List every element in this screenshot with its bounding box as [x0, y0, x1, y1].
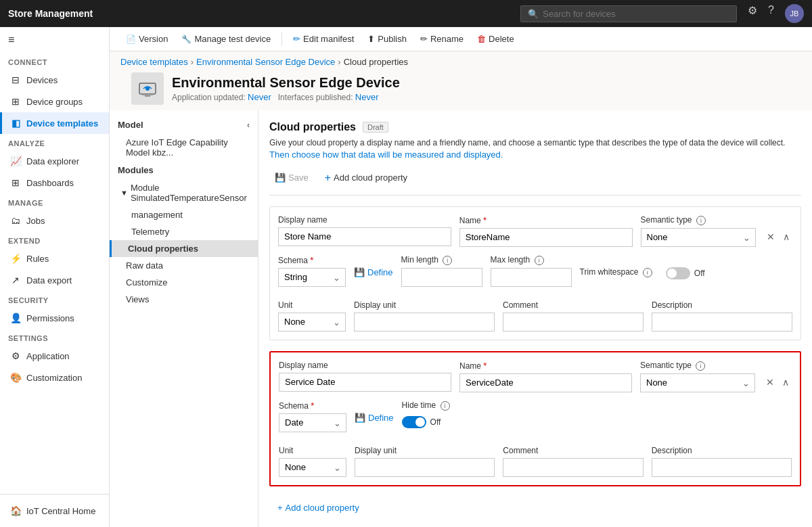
min-length-info-1[interactable]: i	[443, 256, 452, 265]
define-label-1: Define	[367, 267, 393, 277]
description-input-1[interactable]	[652, 313, 792, 331]
define-link-2[interactable]: 💾 Define	[355, 400, 394, 423]
add-another-icon: +	[277, 503, 283, 513]
manage-test-button[interactable]: 🔧 Manage test device	[176, 31, 276, 47]
name-label-1: Name *	[459, 215, 633, 225]
publish-button[interactable]: ⬆ Publish	[362, 31, 412, 47]
avatar[interactable]: JB	[785, 4, 804, 23]
delete-button[interactable]: 🗑 Delete	[472, 31, 520, 47]
trim-whitespace-toggle-1: Off	[660, 255, 705, 279]
app-updated-link[interactable]: Never	[248, 92, 271, 102]
breadcrumb-device-templates[interactable]: Device templates	[120, 57, 188, 67]
description-input-2[interactable]	[652, 458, 792, 477]
hide-time-info-2[interactable]: i	[441, 401, 450, 411]
sidebar-item-permissions[interactable]: 👤 Permissions	[0, 307, 109, 329]
desc-link[interactable]: Then choose how that data will be measur…	[269, 150, 503, 160]
help-icon[interactable]: ?	[768, 4, 774, 23]
delete-label: Delete	[489, 34, 514, 44]
semantic-type-field-2: Semantic type i None	[640, 361, 755, 392]
version-button[interactable]: 📄 Version	[120, 31, 173, 47]
prop-field-group-1: Display name Name * Semantic type i	[278, 215, 756, 247]
manage-test-label: Manage test device	[194, 34, 271, 44]
unit-field-2: Unit None	[279, 446, 346, 477]
semantic-type-info-1[interactable]: i	[696, 216, 706, 225]
tree-raw-data-item[interactable]: Raw data ✏	[110, 257, 258, 274]
sidebar-item-data-export[interactable]: ↗ Data export	[0, 269, 109, 291]
max-length-info-1[interactable]: i	[535, 256, 544, 265]
name-input-2[interactable]	[459, 373, 632, 392]
settings-icon[interactable]: ⚙	[748, 4, 757, 23]
sidebar-item-application[interactable]: ⚙ Application	[0, 345, 109, 367]
main-layout: ≡ Connect ⊟ Devices ⊞ Device groups ◧ De…	[0, 27, 812, 527]
tree-customize-item[interactable]: Customize	[110, 274, 258, 291]
tree-telemetry-item[interactable]: Telemetry	[110, 223, 258, 240]
tree-management-item[interactable]: management	[110, 206, 258, 223]
sidebar-item-dashboards[interactable]: ⊞ Dashboards	[0, 172, 109, 193]
semantic-type-select-1[interactable]: None	[641, 228, 757, 247]
add-cloud-property-button[interactable]: + Add cloud property	[319, 169, 413, 187]
save-icon: 💾	[275, 173, 286, 183]
save-button[interactable]: 💾 Save	[269, 170, 314, 185]
svg-rect-1	[142, 94, 153, 95]
rename-button[interactable]: ✏ Rename	[415, 31, 469, 47]
max-length-input-1[interactable]	[491, 268, 572, 287]
tree-cloud-properties-item[interactable]: Cloud properties	[110, 240, 258, 257]
tree-model-item[interactable]: Azure IoT Edge Capability Model kbz...	[110, 134, 258, 161]
add-cloud-prop-label: Add cloud property	[334, 173, 407, 183]
display-name-input-1[interactable]	[278, 227, 451, 246]
name-input-1[interactable]	[459, 228, 633, 247]
sidebar-item-device-groups[interactable]: ⊞ Device groups	[0, 91, 109, 112]
hide-time-toggle-2[interactable]	[402, 416, 426, 428]
cloud-panel-title: Cloud properties	[269, 121, 356, 133]
comment-input-2[interactable]	[503, 458, 643, 477]
version-label: Version	[139, 34, 168, 44]
search-input[interactable]	[543, 9, 729, 19]
unit-select-1[interactable]: None	[278, 313, 346, 331]
semantic-type-select-wrap-2: None	[640, 373, 755, 392]
sidebar-item-devices[interactable]: ⊟ Devices	[0, 69, 109, 91]
collapse-prop-1-button[interactable]: ∧	[780, 229, 792, 245]
close-prop-2-button[interactable]: ✕	[763, 374, 777, 390]
sidebar-item-data-explorer[interactable]: 📈 Data explorer	[0, 150, 109, 172]
comment-input-1[interactable]	[503, 313, 644, 331]
hamburger-menu[interactable]: ≡	[0, 27, 109, 53]
collapse-prop-2-button[interactable]: ∧	[780, 374, 792, 390]
sidebar-item-jobs[interactable]: 🗂 Jobs	[0, 210, 109, 231]
sidebar-item-iot-central-home[interactable]: 🏠 IoT Central Home	[0, 500, 109, 522]
semantic-type-select-2[interactable]: None	[640, 373, 755, 392]
define-link-1[interactable]: 💾 Define	[354, 255, 393, 277]
min-length-input-1[interactable]	[401, 268, 482, 287]
display-unit-input-1[interactable]	[354, 313, 495, 331]
search-bar[interactable]: 🔍	[520, 5, 737, 22]
model-collapse-icon[interactable]: ‹	[247, 120, 250, 130]
edit-manifest-button[interactable]: ✏ Edit manifest	[288, 31, 359, 47]
comment-label-2: Comment	[503, 446, 643, 455]
hide-time-field-2: Hide time i Off	[402, 400, 450, 428]
management-label: management	[131, 210, 183, 220]
publish-label: Publish	[378, 34, 407, 44]
tree-model-item-label: Azure IoT Edge Capability Model kbz...	[126, 137, 250, 158]
semantic-type-info-2[interactable]: i	[696, 361, 705, 371]
schema-select-2[interactable]: String Date Integer	[279, 413, 346, 432]
topbar-icons: ⚙ ? JB	[748, 4, 804, 23]
close-prop-1-button[interactable]: ✕	[764, 229, 777, 245]
sidebar-item-device-templates[interactable]: ◧ Device templates	[0, 112, 109, 134]
prop-card-2-actions: ✕ ∧	[763, 361, 792, 390]
name-field-2: Name *	[459, 361, 632, 392]
device-title: Environmental Sensor Edge Device	[172, 75, 400, 91]
add-another-prop-button[interactable]: + Add cloud property	[277, 497, 359, 518]
sidebar-item-customization[interactable]: 🎨 Customization	[0, 367, 109, 388]
trim-ws-info-1[interactable]: i	[643, 268, 652, 277]
unit-select-2[interactable]: None	[279, 458, 346, 477]
display-unit-input-2[interactable]	[355, 458, 495, 477]
comment-label-1: Comment	[503, 300, 644, 310]
comment-field-1: Comment	[503, 300, 644, 331]
schema-select-1[interactable]: String Integer Date	[278, 268, 346, 287]
interfaces-link[interactable]: Never	[355, 92, 379, 102]
sidebar-item-rules[interactable]: ⚡ Rules	[0, 248, 109, 269]
tree-views-item[interactable]: Views	[110, 291, 258, 308]
hide-time-label-2: Hide time i	[402, 400, 450, 411]
breadcrumb-device-name[interactable]: Environmental Sensor Edge Device	[196, 57, 335, 67]
trim-whitespace-toggle-control-1[interactable]	[666, 267, 690, 279]
display-name-input-2[interactable]	[279, 373, 451, 392]
